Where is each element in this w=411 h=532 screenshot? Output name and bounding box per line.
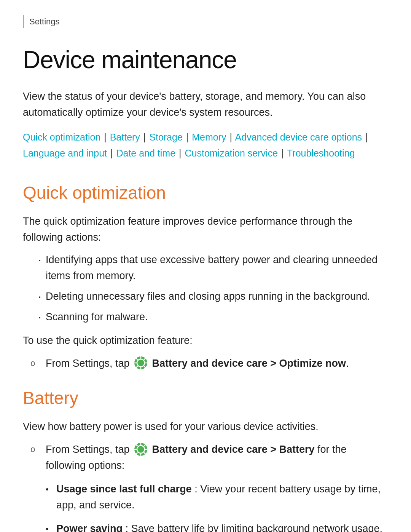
nav-link-language[interactable]: Language and input [23, 148, 107, 158]
quick-optimization-description: The quick optimization feature improves … [23, 214, 388, 246]
settings-label-text: Settings [29, 17, 60, 26]
battery-description: View how battery power is used for your … [23, 419, 388, 435]
intro-text: View the status of your device's battery… [23, 89, 388, 121]
bullet-item: Scanning for malware. [38, 309, 388, 325]
step-prefix: From Settings, tap [46, 358, 132, 369]
bullet-item: Deleting unnecessary files and closing a… [38, 289, 388, 305]
battery-title: Battery [23, 385, 388, 411]
battery-option-power-saving: Power saving : Save battery life by limi… [46, 521, 388, 532]
option-label: Usage since last full charge [56, 483, 192, 495]
settings-icon-battery [134, 443, 148, 456]
battery-step: From Settings, tap Battery and device ca… [23, 442, 388, 474]
option-label: Power saving [56, 523, 123, 532]
page-title: Device maintenance [23, 42, 388, 78]
battery-option-usage: Usage since last full charge : View your… [46, 481, 388, 513]
nav-link-date-time[interactable]: Date and time [116, 148, 175, 158]
battery-step-action: Battery and device care > Battery [152, 444, 315, 455]
quick-optimization-step: From Settings, tap Battery and device ca… [23, 356, 388, 372]
nav-link-memory[interactable]: Memory [192, 132, 226, 142]
usage-intro: To use the quick optimization feature: [23, 333, 388, 349]
nav-link-advanced-care[interactable]: Advanced device care options [235, 132, 362, 142]
nav-links: Quick optimization | Battery | Storage |… [23, 129, 388, 161]
breadcrumb: Settings [23, 15, 388, 28]
quick-optimization-title: Quick optimization [23, 180, 388, 206]
nav-link-troubleshooting[interactable]: Troubleshooting [287, 148, 355, 158]
nav-link-storage[interactable]: Storage [149, 132, 183, 142]
settings-icon [134, 356, 148, 370]
nav-link-customization[interactable]: Customization service [185, 148, 278, 158]
nav-link-battery[interactable]: Battery [110, 132, 140, 142]
quick-optimization-bullets: Identifying apps that use excessive batt… [38, 252, 388, 325]
battery-section: Battery View how battery power is used f… [23, 385, 388, 532]
battery-options-list: Usage since last full charge : View your… [46, 481, 388, 532]
quick-optimization-section: Quick optimization The quick optimizatio… [23, 180, 388, 372]
step-action: Battery and device care > Optimize now [152, 358, 346, 369]
bullet-item: Identifying apps that use excessive batt… [38, 252, 388, 284]
step-prefix: From Settings, tap [46, 444, 132, 455]
nav-link-quick-optimization[interactable]: Quick optimization [23, 132, 100, 142]
